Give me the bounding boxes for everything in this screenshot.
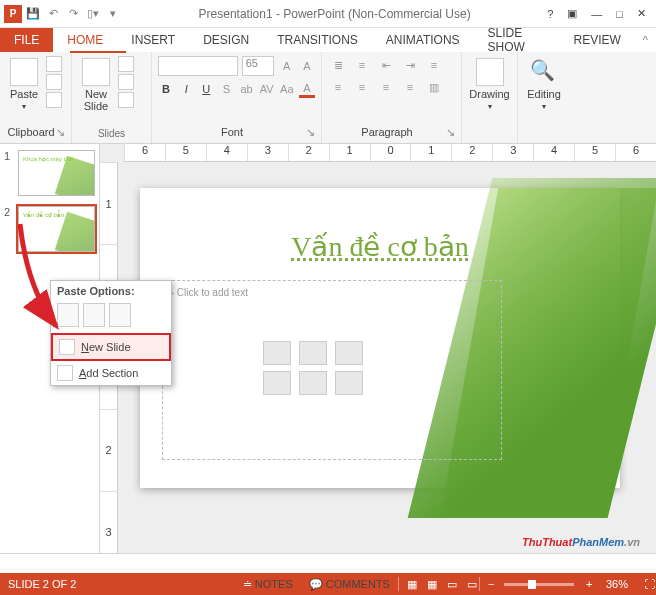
tab-animations[interactable]: ANIMATIONS <box>372 28 474 52</box>
menu-item-add-section[interactable]: Add Section <box>51 361 171 385</box>
tab-home[interactable]: HOME <box>53 28 117 52</box>
decrease-indent-icon[interactable]: ⇤ <box>376 56 396 74</box>
font-color-icon[interactable]: A <box>299 80 315 98</box>
dialog-launcher-icon[interactable]: ↘ <box>306 126 315 139</box>
comments-button[interactable]: 💬 COMMENTS <box>301 578 398 591</box>
paste-button[interactable]: Paste ▾ <box>6 56 42 113</box>
font-size-select[interactable]: 65 <box>242 56 275 76</box>
normal-view-icon[interactable]: ▦ <box>399 578 419 591</box>
shadow-icon[interactable]: S <box>218 80 234 98</box>
insert-table-icon[interactable] <box>263 341 291 365</box>
group-label-clipboard: Clipboard <box>7 126 54 138</box>
new-slide-button[interactable]: New Slide <box>78 56 114 114</box>
zoom-in-icon[interactable]: + <box>578 578 598 590</box>
notes-button[interactable]: ≐ NOTES <box>235 578 301 591</box>
copy-icon[interactable] <box>46 74 62 90</box>
cut-icon[interactable] <box>46 56 62 72</box>
group-editing: 🔍 Editing ▾ <box>518 52 570 143</box>
format-painter-icon[interactable] <box>46 92 62 108</box>
help-icon[interactable]: ? <box>547 8 553 20</box>
sorter-view-icon[interactable]: ▦ <box>419 578 439 591</box>
paste-picture-icon[interactable] <box>109 303 131 327</box>
slide-title-text[interactable]: Vấn đề cơ bản <box>140 230 620 263</box>
slide-indicator[interactable]: SLIDE 2 OF 2 <box>0 578 84 590</box>
editing-button[interactable]: 🔍 Editing ▾ <box>524 56 564 113</box>
section-icon <box>57 365 73 381</box>
italic-icon[interactable]: I <box>178 80 194 98</box>
title-bar: P 💾 ↶ ↷ ▯▾ ▾ Presentation1 - PowerPoint … <box>0 0 656 28</box>
dialog-launcher-icon[interactable]: ↘ <box>56 126 65 139</box>
strikethrough-icon[interactable]: ab <box>239 80 255 98</box>
insert-online-picture-icon[interactable] <box>299 371 327 395</box>
justify-icon[interactable]: ≡ <box>400 78 420 96</box>
align-right-icon[interactable]: ≡ <box>376 78 396 96</box>
decrease-font-icon[interactable]: A <box>299 57 315 75</box>
close-icon[interactable]: ✕ <box>637 7 646 20</box>
chevron-down-icon: ▾ <box>488 102 492 111</box>
thumbnail-row[interactable]: 1 Khoa học máy tính <box>4 150 95 196</box>
insert-chart-icon[interactable] <box>299 341 327 365</box>
minimize-icon[interactable]: — <box>591 8 602 20</box>
zoom-level[interactable]: 36% <box>598 578 636 590</box>
font-family-select[interactable] <box>158 56 238 76</box>
tab-transitions[interactable]: TRANSITIONS <box>263 28 372 52</box>
quick-access-toolbar: P 💾 ↶ ↷ ▯▾ ▾ <box>0 5 122 23</box>
tab-review[interactable]: REVIEW <box>559 28 634 52</box>
content-placeholder[interactable]: Click to add text <box>162 280 502 460</box>
window-title: Presentation1 - PowerPoint (Non-Commerci… <box>122 7 547 21</box>
numbering-icon[interactable]: ≡ <box>352 56 372 74</box>
start-from-beginning-icon[interactable]: ▯▾ <box>84 5 102 23</box>
content-icon-grid <box>263 341 365 395</box>
paste-icon <box>10 58 38 86</box>
window-controls: ? ▣ — □ ✕ <box>547 7 656 20</box>
columns-icon[interactable]: ▥ <box>424 78 444 96</box>
collapse-ribbon-icon[interactable]: ^ <box>635 28 656 52</box>
reading-view-icon[interactable]: ▭ <box>439 578 459 591</box>
tab-insert[interactable]: INSERT <box>117 28 189 52</box>
dialog-launcher-icon[interactable]: ↘ <box>446 126 455 139</box>
thumbnail-1[interactable]: Khoa học máy tính <box>18 150 95 196</box>
group-label-paragraph: Paragraph <box>361 126 412 138</box>
insert-picture-icon[interactable] <box>263 371 291 395</box>
insert-video-icon[interactable] <box>335 371 363 395</box>
increase-indent-icon[interactable]: ⇥ <box>400 56 420 74</box>
underline-icon[interactable]: U <box>198 80 214 98</box>
group-drawing: Drawing ▾ <box>462 52 518 143</box>
tab-slideshow[interactable]: SLIDE SHOW <box>474 28 560 52</box>
drawing-button[interactable]: Drawing ▾ <box>468 56 511 113</box>
bullets-icon[interactable]: ≣ <box>328 56 348 74</box>
line-spacing-icon[interactable]: ≡ <box>424 56 444 74</box>
slideshow-view-icon[interactable]: ▭ <box>459 578 479 591</box>
status-bar: SLIDE 2 OF 2 ≐ NOTES 💬 COMMENTS ▦ ▦ ▭ ▭ … <box>0 573 656 595</box>
qat-customize-icon[interactable]: ▾ <box>104 5 122 23</box>
save-icon[interactable]: 💾 <box>24 5 42 23</box>
notes-splitter[interactable] <box>0 553 656 573</box>
align-center-icon[interactable]: ≡ <box>352 78 372 96</box>
layout-icon[interactable] <box>118 56 134 72</box>
bold-icon[interactable]: B <box>158 80 174 98</box>
tab-design[interactable]: DESIGN <box>189 28 263 52</box>
increase-font-icon[interactable]: A <box>278 57 294 75</box>
watermark: ThuThuatPhanMem.vn <box>522 528 640 551</box>
redo-icon[interactable]: ↷ <box>64 5 82 23</box>
menu-item-new-slide[interactable]: New Slide <box>51 333 171 361</box>
reset-icon[interactable] <box>118 74 134 90</box>
insert-smartart-icon[interactable] <box>335 341 363 365</box>
zoom-out-icon[interactable]: − <box>480 578 500 590</box>
chevron-down-icon: ▾ <box>542 102 546 111</box>
slide-canvas[interactable]: Vấn đề cơ bản Click to add text <box>140 188 620 488</box>
paste-keep-source-icon[interactable] <box>83 303 105 327</box>
restore-icon[interactable]: □ <box>616 8 623 20</box>
align-left-icon[interactable]: ≡ <box>328 78 348 96</box>
section-icon[interactable] <box>118 92 134 108</box>
change-case-icon[interactable]: Aa <box>279 80 295 98</box>
undo-icon[interactable]: ↶ <box>44 5 62 23</box>
group-label-font: Font <box>221 126 243 138</box>
group-paragraph: ≣ ≡ ⇤ ⇥ ≡ ≡ ≡ ≡ ≡ ▥ Paragraph↘ <box>322 52 462 143</box>
display-options-icon[interactable]: ▣ <box>567 7 577 20</box>
char-spacing-icon[interactable]: AV <box>259 80 275 98</box>
fit-to-window-icon[interactable]: ⛶ <box>636 578 656 590</box>
zoom-slider[interactable] <box>504 583 574 586</box>
slide-edit-area: 6543210123456 10123 Vấn đề cơ bản Click … <box>100 144 656 573</box>
tab-file[interactable]: FILE <box>0 28 53 52</box>
